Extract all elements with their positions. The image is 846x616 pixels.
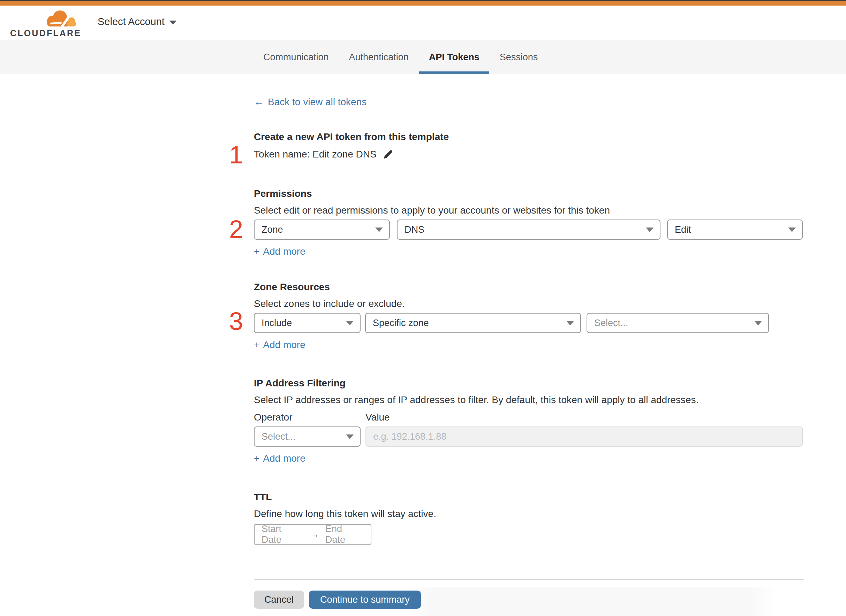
cloudflare-logo[interactable]: CLOUDFLARE [10,9,77,38]
plus-icon: + [254,245,259,258]
permission-scope-select[interactable]: Zone [254,220,390,240]
chevron-down-icon [788,227,796,232]
back-to-tokens-link[interactable]: ← Back to view all tokens [254,96,366,109]
chevron-down-icon [346,321,354,326]
chevron-down-icon [346,434,354,439]
ttl-description: Define how long this token will stay act… [254,507,804,520]
zone-resources-heading: Zone Resources [254,281,804,293]
account-selector-label: Select Account [98,16,165,28]
ip-operator-select[interactable]: Select... [254,427,360,447]
footer-actions: Cancel Continue to summary [254,591,804,609]
start-date-placeholder: Start Date [262,524,303,545]
ttl-date-range-picker[interactable]: Start Date → End Date [254,524,371,544]
operator-label: Operator [254,411,365,424]
right-arrow-icon: → [309,529,319,540]
cancel-button[interactable]: Cancel [254,591,304,609]
chevron-down-icon [375,227,383,232]
token-name-text: Token name: Edit zone DNS [254,148,377,161]
cloudflare-wordmark: CLOUDFLARE [10,28,77,38]
permissions-heading: Permissions [254,188,804,200]
brand-accent-bar [0,1,846,6]
chevron-down-icon [754,321,762,326]
account-selector[interactable]: Select Account [98,16,177,28]
main-content: ← Back to view all tokens 1 Create a new… [254,74,804,609]
ip-filtering-description: Select IP addresses or ranges of IP addr… [254,394,804,406]
plus-icon: + [254,339,259,351]
section-zone-resources: 3 Zone Resources Select zones to include… [254,281,804,351]
tab-sessions[interactable]: Sessions [490,40,548,74]
token-name-row: Token name: Edit zone DNS [254,148,804,161]
permissions-description: Select edit or read permissions to apply… [254,204,804,217]
ttl-heading: TTL [254,491,804,503]
back-link-label: Back to view all tokens [268,96,366,109]
section-permissions: 2 Permissions Select edit or read permis… [254,188,804,258]
left-arrow-icon: ← [254,96,263,109]
ip-filtering-row: Select... [254,427,804,447]
permission-access-select[interactable]: Edit [667,220,803,240]
zone-type-select[interactable]: Specific zone [365,313,581,333]
edit-token-name-button[interactable] [383,149,393,160]
zone-resources-row: Include Specific zone Select... [254,313,804,333]
tab-bar: Communication Authentication API Tokens … [0,40,846,74]
tabs: Communication Authentication API Tokens … [253,40,846,74]
plus-icon: + [254,452,259,465]
step-number-2: 2 [227,217,243,242]
ip-filtering-labels: Operator Value [254,411,804,424]
value-label: Value [365,411,390,424]
end-date-placeholder: End Date [325,524,364,545]
section-ttl: TTL Define how long this token will stay… [254,491,804,544]
chevron-down-icon [646,227,653,232]
header: CLOUDFLARE Select Account [0,6,846,40]
tab-api-tokens[interactable]: API Tokens [419,40,489,74]
section-ip-filtering: IP Address Filtering Select IP addresses… [254,377,804,465]
chevron-down-icon [566,321,574,326]
page: CLOUDFLARE Select Account Communication … [0,0,846,616]
chevron-down-icon [169,21,177,25]
tab-communication[interactable]: Communication [253,40,338,74]
permissions-add-more-link[interactable]: + Add more [254,245,306,258]
step-number-3: 3 [227,309,243,334]
create-token-heading: Create a new API token from this templat… [254,131,804,143]
section-token-name: 1 Create a new API token from this templ… [254,131,804,161]
tab-authentication[interactable]: Authentication [339,40,418,74]
cloudflare-cloud-icon [44,9,77,27]
step-number-1: 1 [227,142,243,167]
permission-group-select[interactable]: DNS [397,220,661,240]
continue-to-summary-button[interactable]: Continue to summary [309,591,421,609]
ip-value-input[interactable] [365,427,803,447]
ip-filtering-heading: IP Address Filtering [254,377,804,390]
zone-picker-select[interactable]: Select... [587,313,769,333]
zone-include-select[interactable]: Include [254,313,360,333]
zone-resources-add-more-link[interactable]: + Add more [254,339,306,351]
ip-filtering-add-more-link[interactable]: + Add more [254,452,306,465]
zone-resources-description: Select zones to include or exclude. [254,298,804,310]
pencil-icon [383,149,393,160]
permissions-row: Zone DNS Edit [254,220,804,240]
footer-divider [254,579,804,580]
